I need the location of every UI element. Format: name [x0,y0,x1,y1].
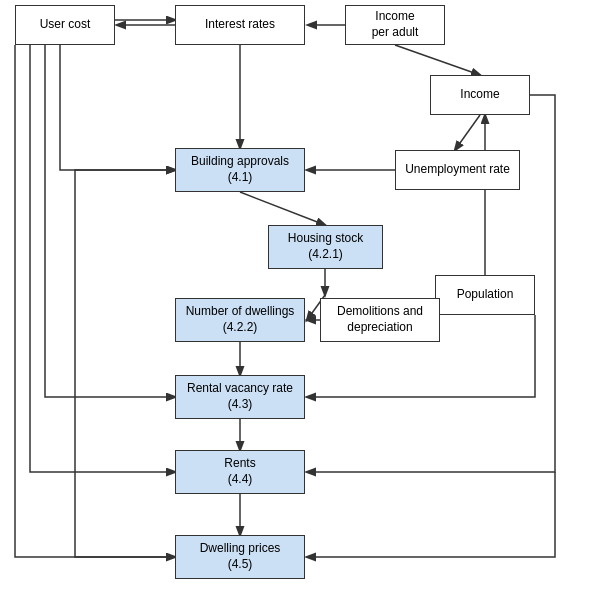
building-approvals-node: Building approvals(4.1) [175,148,305,192]
unemployment-node: Unemployment rate [395,150,520,190]
user-cost-label: User cost [40,17,91,33]
diagram-container: User cost Interest rates Incomeper adult… [0,0,600,589]
income-label: Income [460,87,499,103]
user-cost-node: User cost [15,5,115,45]
population-node: Population [435,275,535,315]
housing-stock-label: Housing stock(4.2.1) [288,231,363,262]
interest-rates-node: Interest rates [175,5,305,45]
dwelling-prices-node: Dwelling prices(4.5) [175,535,305,579]
number-of-dwellings-node: Number of dwellings(4.2.2) [175,298,305,342]
income-per-adult-node: Incomeper adult [345,5,445,45]
interest-rates-label: Interest rates [205,17,275,33]
income-node: Income [430,75,530,115]
rental-vacancy-label: Rental vacancy rate(4.3) [187,381,293,412]
svg-line-5 [455,115,480,150]
unemployment-label: Unemployment rate [405,162,510,178]
rents-node: Rents(4.4) [175,450,305,494]
svg-line-3 [395,45,480,75]
rental-vacancy-node: Rental vacancy rate(4.3) [175,375,305,419]
number-of-dwellings-label: Number of dwellings(4.2.2) [186,304,295,335]
demolitions-node: Demolitions anddepreciation [320,298,440,342]
income-per-adult-label: Incomeper adult [372,9,419,40]
svg-line-7 [240,192,325,225]
demolitions-label: Demolitions anddepreciation [337,304,423,335]
dwelling-prices-label: Dwelling prices(4.5) [200,541,281,572]
rents-label: Rents(4.4) [224,456,255,487]
building-approvals-label: Building approvals(4.1) [191,154,289,185]
housing-stock-node: Housing stock(4.2.1) [268,225,383,269]
population-label: Population [457,287,514,303]
